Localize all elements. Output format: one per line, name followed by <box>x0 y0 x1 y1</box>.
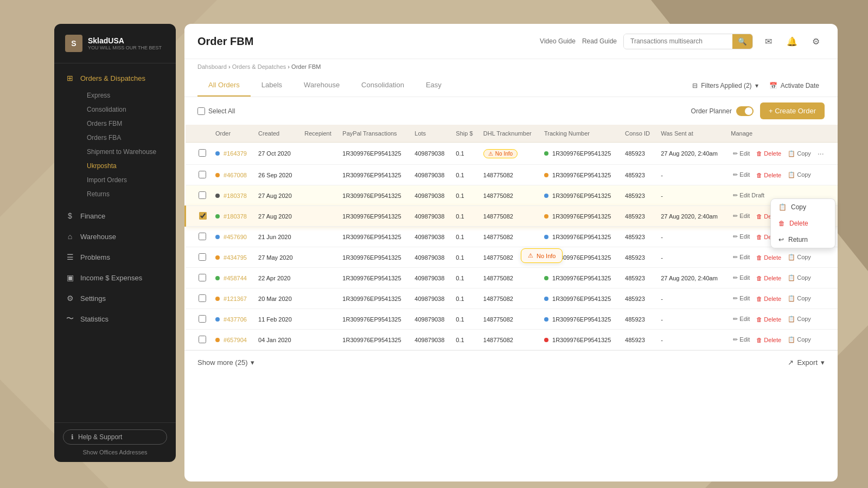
row-checkbox-cell[interactable] <box>186 227 212 247</box>
edit-btn[interactable]: ✏ Edit <box>731 211 752 221</box>
row-checkbox[interactable] <box>199 315 206 323</box>
order-link[interactable]: #180378 <box>224 213 247 220</box>
row-checkbox-cell[interactable] <box>186 288 212 309</box>
edit-btn[interactable]: ✏ Edit <box>731 273 752 282</box>
settings-gear-icon[interactable]: ⚙ <box>807 33 825 50</box>
tab-warehouse[interactable]: Warehouse <box>293 74 350 97</box>
filters-applied-button[interactable]: ⊟ Filters Applied (2) ▾ <box>687 79 763 93</box>
order-link[interactable]: #180378 <box>224 192 247 199</box>
row-checkbox[interactable] <box>199 233 206 240</box>
edit-btn[interactable]: ✏ Edit <box>731 232 752 241</box>
sidebar-item-ukrposhta[interactable]: Ukrposhta <box>76 159 176 173</box>
copy-btn[interactable]: 📋 Copy <box>786 170 813 179</box>
row-checkbox[interactable] <box>199 191 206 199</box>
row-checkbox-cell[interactable] <box>186 185 212 206</box>
more-actions-btn[interactable]: ··· <box>815 148 826 159</box>
sidebar-item-orders-fbm[interactable]: Orders FBM <box>76 117 176 131</box>
read-guide-btn[interactable]: Read Guide <box>582 37 617 45</box>
row-checkbox[interactable] <box>199 149 206 157</box>
edit-btn[interactable]: ✏ Edit <box>731 149 752 158</box>
row-checkbox-cell[interactable] <box>186 309 212 330</box>
sidebar-item-statistics[interactable]: 〜 Statistics <box>54 309 176 329</box>
sidebar-item-consolidation[interactable]: Consolidation <box>76 102 176 117</box>
edit-btn[interactable]: ✏ Edit <box>731 294 752 303</box>
row-checkbox[interactable] <box>199 274 206 281</box>
search-input[interactable] <box>624 34 732 48</box>
row-checkbox[interactable] <box>199 336 206 343</box>
help-support-button[interactable]: ℹ Help & Support <box>63 429 167 445</box>
sidebar-item-express[interactable]: Express <box>76 88 176 102</box>
activate-date-button[interactable]: 📅 Activate Date <box>764 79 825 93</box>
calendar-icon: 📅 <box>769 82 777 89</box>
context-menu-delete[interactable]: 🗑 Delete <box>771 215 835 232</box>
tracking-dot <box>544 338 548 342</box>
row-checkbox-cell[interactable] <box>186 330 212 350</box>
order-link[interactable]: #467008 <box>224 172 247 178</box>
offices-link[interactable]: Show Offices Addresses <box>63 449 167 455</box>
row-checkbox-cell[interactable] <box>186 165 212 185</box>
sidebar-item-returns[interactable]: Returns <box>76 187 176 201</box>
context-menu-copy[interactable]: 📋 Copy <box>771 199 835 215</box>
tab-easy[interactable]: Easy <box>415 74 452 97</box>
select-all-label[interactable]: Select All <box>197 107 235 115</box>
edit-btn[interactable]: ✏ Edit <box>731 314 752 324</box>
sidebar-item-warehouse[interactable]: ⌂ Warehouse <box>54 226 176 247</box>
edit-btn[interactable]: ✏ Edit <box>731 253 752 262</box>
delete-btn[interactable]: 🗑 Delete <box>754 315 783 324</box>
order-link[interactable]: #164379 <box>224 150 247 157</box>
edit-btn[interactable]: ✏ Edit <box>731 170 752 179</box>
order-link[interactable]: #657904 <box>224 337 247 343</box>
delete-btn[interactable]: 🗑 Delete <box>754 171 783 179</box>
order-link[interactable]: #434795 <box>224 254 247 261</box>
tab-all-orders[interactable]: All Orders <box>197 74 251 97</box>
search-button[interactable]: 🔍 <box>732 34 752 49</box>
copy-btn[interactable]: 📋 Copy <box>786 335 813 344</box>
row-checkbox[interactable] <box>199 212 207 220</box>
select-all-checkbox[interactable] <box>197 107 205 115</box>
context-menu-return[interactable]: ↩ Return <box>771 232 835 248</box>
sidebar-item-orders-dispatches[interactable]: ⊞ Orders & Dispatches <box>54 68 176 88</box>
edit-btn[interactable]: ✏ Edit <box>731 335 752 344</box>
sidebar-item-import[interactable]: Import Orders <box>76 173 176 187</box>
tab-labels[interactable]: Labels <box>251 74 293 97</box>
create-order-button[interactable]: + Create Order <box>760 102 825 119</box>
export-button[interactable]: ↗ Export ▾ <box>788 358 825 367</box>
row-checkbox-cell[interactable] <box>186 143 212 165</box>
delete-btn[interactable]: 🗑 Delete <box>754 149 783 158</box>
video-guide-btn[interactable]: Video Guide <box>540 37 576 45</box>
breadcrumb-orders[interactable]: Orders & Depatches <box>232 63 286 70</box>
sidebar-item-finance[interactable]: $ Finance <box>54 206 176 226</box>
sidebar-item-orders-fba[interactable]: Orders FBA <box>76 131 176 145</box>
order-link[interactable]: #458744 <box>224 275 247 281</box>
delete-btn[interactable]: 🗑 Delete <box>754 294 783 303</box>
copy-btn[interactable]: 📋 Copy <box>786 149 813 158</box>
delete-btn[interactable]: 🗑 Delete <box>754 336 783 344</box>
order-link[interactable]: #437706 <box>224 316 247 323</box>
messages-icon[interactable]: ✉ <box>760 33 777 50</box>
row-checkbox[interactable] <box>199 171 206 178</box>
sidebar-item-problems[interactable]: ☰ Problems <box>54 247 176 267</box>
edit-draft-btn[interactable]: ✏ Edit Draft <box>731 191 767 200</box>
order-planner-switch[interactable] <box>736 106 754 116</box>
copy-btn[interactable]: 📋 Copy <box>786 253 813 262</box>
row-checkbox-cell[interactable] <box>186 268 212 288</box>
order-link[interactable]: #121367 <box>224 296 247 302</box>
delete-btn[interactable]: 🗑 Delete <box>754 253 783 262</box>
order-link[interactable]: #457690 <box>224 234 247 240</box>
tab-consolidation[interactable]: Consolidation <box>350 74 415 97</box>
copy-btn[interactable]: 📋 Copy <box>786 314 813 324</box>
show-more-button[interactable]: Show more (25) ▾ <box>197 358 254 367</box>
breadcrumb-dashboard[interactable]: Dahsboard <box>197 63 227 70</box>
sidebar-item-shipment[interactable]: Shipment to Warehouse <box>76 145 176 159</box>
sidebar-item-settings[interactable]: ⚙ Settings <box>54 288 176 309</box>
row-checkbox-cell[interactable] <box>186 206 212 227</box>
row-checkbox[interactable] <box>199 294 206 302</box>
notifications-icon[interactable]: 🔔 <box>783 33 801 50</box>
delete-btn[interactable]: 🗑 Delete <box>754 274 783 282</box>
sidebar-item-income-expenses[interactable]: ▣ Income $ Expenses <box>54 267 176 288</box>
row-checkbox[interactable] <box>199 253 206 261</box>
no-info-badge: ⚠ No Info <box>483 149 518 158</box>
copy-btn[interactable]: 📋 Copy <box>786 273 813 282</box>
copy-btn[interactable]: 📋 Copy <box>786 294 813 303</box>
row-checkbox-cell[interactable] <box>186 247 212 268</box>
